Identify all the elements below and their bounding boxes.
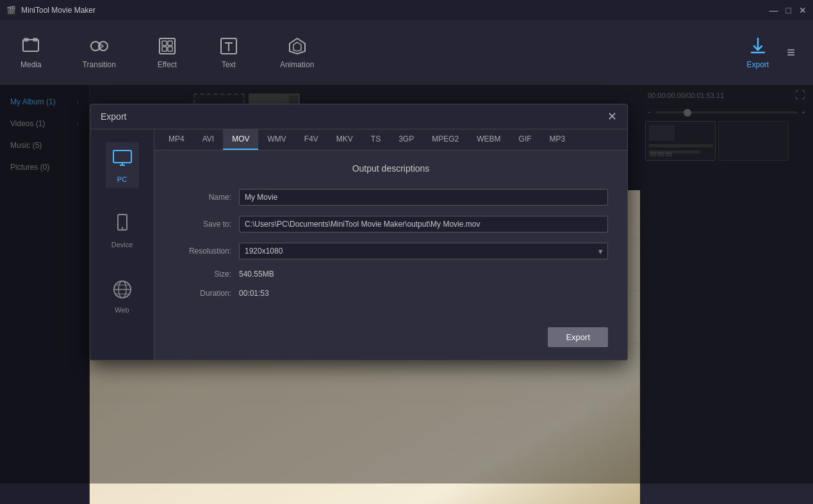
svg-rect-9 <box>168 47 172 51</box>
menu-button[interactable]: ≡ <box>782 39 800 66</box>
dialog-form: Output descriptions Name: Save to: Resol… <box>154 150 627 321</box>
svg-rect-6 <box>162 41 167 45</box>
animation-icon <box>287 36 308 56</box>
dialog-header: Export ✕ <box>90 104 627 129</box>
device-mobile[interactable]: Device <box>106 207 139 254</box>
toolbar-item-animation[interactable]: Animation <box>272 31 322 74</box>
dialog-footer: Export <box>154 321 627 360</box>
media-icon <box>21 36 41 56</box>
tab-wmv[interactable]: WMV <box>258 129 295 150</box>
effect-icon <box>157 36 177 56</box>
resolution-label: Resolustion: <box>174 247 231 256</box>
device-web[interactable]: Web <box>106 273 139 319</box>
toolbar-right: Export ≡ <box>746 36 800 69</box>
close-button[interactable]: ✕ <box>799 5 807 15</box>
window-controls: — □ ✕ <box>769 5 807 15</box>
resolution-select-wrap: 1920x1080 1280x720 854x480 640x360 ▾ <box>239 243 608 259</box>
main-toolbar: Media Transition Effect <box>0 20 813 85</box>
duration-label: Duration: <box>174 289 231 298</box>
tab-mp4[interactable]: MP4 <box>160 129 193 150</box>
tab-webm[interactable]: WEBM <box>468 129 509 150</box>
duration-value: 00:01:53 <box>239 289 608 298</box>
svg-rect-8 <box>162 47 167 51</box>
app-title-group: 🎬 MiniTool Movie Maker <box>6 6 95 15</box>
svg-rect-27 <box>113 150 131 163</box>
tab-mp3[interactable]: MP3 <box>541 129 575 150</box>
minimize-button[interactable]: — <box>769 5 778 15</box>
name-input[interactable] <box>239 189 608 206</box>
toolbar-nav: Media Transition Effect <box>13 31 322 74</box>
dialog-close-button[interactable]: ✕ <box>607 111 617 122</box>
tab-3gp[interactable]: 3GP <box>390 129 423 150</box>
transition-icon <box>89 36 110 56</box>
size-label: Size: <box>174 270 231 279</box>
form-row-size: Size: 540.55MB <box>174 270 608 279</box>
globe-icon <box>111 278 134 301</box>
mobile-icon <box>111 213 134 236</box>
export-action-button[interactable]: Export <box>548 327 608 347</box>
tab-avi[interactable]: AVI <box>193 129 223 150</box>
dialog-main-area: MP4 AVI MOV WMV F4V MKV TS 3GP MPEG2 WEB… <box>154 129 627 360</box>
dialog-body: PC Device <box>90 129 627 360</box>
tab-mkv[interactable]: MKV <box>327 129 362 150</box>
size-value: 540.55MB <box>239 270 608 279</box>
maximize-button[interactable]: □ <box>786 5 791 15</box>
dialog-overlay: Export ✕ PC <box>0 85 813 484</box>
tab-ts[interactable]: TS <box>362 129 390 150</box>
app-title: MiniTool Movie Maker <box>21 6 95 15</box>
export-top-icon <box>748 36 768 56</box>
monitor-icon <box>111 147 134 170</box>
svg-point-31 <box>121 227 123 229</box>
toolbar-item-media[interactable]: Media <box>13 31 49 74</box>
form-row-save-to: Save to: <box>174 216 608 232</box>
export-top-button[interactable]: Export <box>746 36 769 69</box>
svg-marker-14 <box>293 42 301 51</box>
dialog-device-sidebar: PC Device <box>90 129 154 360</box>
svg-rect-7 <box>168 41 172 45</box>
tab-mov[interactable]: MOV <box>223 129 258 150</box>
toolbar-item-effect[interactable]: Effect <box>149 31 185 74</box>
form-row-name: Name: <box>174 189 608 206</box>
form-row-duration: Duration: 00:01:53 <box>174 289 608 298</box>
save-to-label: Save to: <box>174 220 231 229</box>
toolbar-item-text[interactable]: Text <box>211 31 247 74</box>
svg-rect-5 <box>160 38 175 54</box>
export-dialog: Export ✕ PC <box>90 104 628 361</box>
device-pc[interactable]: PC <box>106 142 139 188</box>
output-description-title: Output descriptions <box>174 163 608 174</box>
name-label: Name: <box>174 193 231 202</box>
title-bar: 🎬 MiniTool Movie Maker — □ ✕ <box>0 0 813 20</box>
toolbar-item-transition[interactable]: Transition <box>75 31 124 74</box>
format-tabs: MP4 AVI MOV WMV F4V MKV TS 3GP MPEG2 WEB… <box>154 129 627 150</box>
form-row-resolution: Resolustion: 1920x1080 1280x720 854x480 … <box>174 243 608 259</box>
tab-gif[interactable]: GIF <box>510 129 541 150</box>
save-to-input[interactable] <box>239 216 608 232</box>
resolution-select[interactable]: 1920x1080 1280x720 854x480 640x360 <box>239 243 608 259</box>
tab-f4v[interactable]: F4V <box>295 129 327 150</box>
text-icon <box>218 36 239 56</box>
tab-mpeg2[interactable]: MPEG2 <box>423 129 468 150</box>
app-logo: 🎬 <box>6 6 16 15</box>
